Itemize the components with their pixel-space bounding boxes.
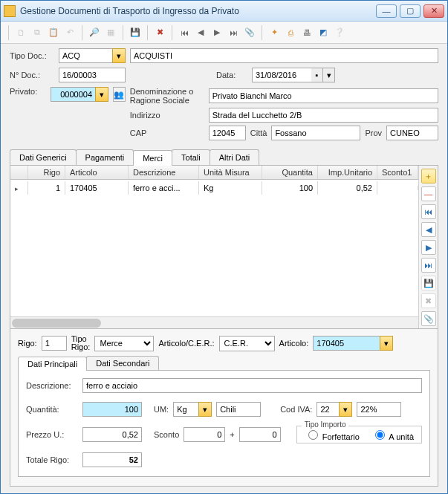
nav-next-icon[interactable]: ▶ [210,25,224,40]
nav-first-icon[interactable]: ⏮ [177,25,192,40]
save-icon[interactable]: 💾 [128,25,143,40]
detail-totale-input [82,452,142,467]
grid-save-button[interactable]: 💾 [421,276,436,290]
attach-icon[interactable]: 📎 [242,25,257,40]
tipo-importo-group: Tipo Importo Forfettario A unità [296,426,422,443]
grid-next-button[interactable]: ▶ [421,240,436,255]
tab-pagamenti[interactable]: Pagamenti [76,149,134,165]
detail-plus-label: + [230,430,234,439]
action-1-icon[interactable]: ✦ [267,25,282,40]
maximize-button[interactable]: ▢ [400,4,421,18]
nav-last-icon[interactable]: ⏭ [226,25,241,40]
denom-input[interactable] [209,88,438,103]
paste-icon[interactable]: 📋 [46,25,61,40]
indirizzo-label: Indirizzo [130,111,204,120]
radio-a-unita[interactable]: A unità [371,428,414,441]
detail-articolo-lookup-button[interactable]: ▾ [380,336,393,351]
merci-grid[interactable]: Rigo Articolo Descrizione Unità Misura Q… [10,166,418,328]
delete-icon[interactable]: ✖ [152,25,167,40]
privato-contact-button[interactable]: 👥 [113,87,126,102]
detail-sconto1-input[interactable] [184,427,225,442]
col-descrizione[interactable]: Descrizione [129,166,199,179]
detail-codiva-lookup-button[interactable]: ▾ [339,402,352,417]
detail-tab-principali[interactable]: Dati Principali [18,357,87,371]
detail-totale-label: Totale Rigo: [26,455,78,464]
titlebar: Gestione Documenti di Trasporto di Ingre… [1,1,447,22]
cap-label: CAP [130,129,204,137]
detail-tipo-rigo-select[interactable]: Merce [94,336,154,351]
grid-attach-button[interactable]: 📎 [421,311,436,326]
denom-label: Denominazione o Ragione Sociale [130,87,204,105]
tab-totali[interactable]: Totali [172,149,210,165]
detail-prezzo-input[interactable] [82,427,142,442]
detail-codiva-input[interactable] [316,402,339,417]
nav-prev-icon[interactable]: ◀ [193,25,208,40]
cap-input[interactable] [209,126,246,140]
citta-input[interactable] [271,126,360,140]
detail-artcer-select[interactable]: C.E.R. [219,336,275,351]
detail-descr-label: Descrizione: [26,381,78,390]
indirizzo-input[interactable] [209,108,438,123]
help-icon[interactable]: ❔ [332,25,347,40]
grid-first-button[interactable]: ⏮ [421,204,436,219]
date-step-button[interactable]: ▪ [311,68,323,82]
grid-prev-button[interactable]: ◀ [421,222,436,237]
tipo-doc-desc[interactable] [130,48,438,63]
detail-articolo-label: Articolo: [279,339,309,348]
col-articolo[interactable]: Articolo [65,166,129,179]
col-quantita[interactable]: Quantita [262,166,318,179]
tipo-doc-label: Tipo Doc.: [10,51,54,60]
tab-dati-generici[interactable]: Dati Generici [10,149,77,165]
detail-tipo-rigo-label: TipoRigo: [71,335,91,351]
print-icon[interactable]: 🖶 [299,25,314,40]
toolbar: 🗋 ⧉ 📋 ↶ 🔎 ▦ 💾 ✖ ⏮ ◀ ▶ ⏭ 📎 ✦ ⎙ 🖶 ◩ ❔ [1,22,447,44]
col-imp-unitario[interactable]: Imp.Unitario [318,166,377,179]
grid-row[interactable]: 1 170405 ferro e acci... Kg 100 0,52 [10,180,418,196]
action-3-icon[interactable]: ◩ [316,25,331,40]
radio-forfettario[interactable]: Forfettario [305,428,360,441]
prov-input[interactable] [386,126,438,140]
tipo-doc-input[interactable] [59,48,112,63]
app-window: Gestione Documenti di Trasporto di Ingre… [0,0,448,494]
detail-prezzo-label: Prezzo U.: [26,430,78,439]
find-icon[interactable]: 🔎 [87,25,102,40]
privato-lookup-button[interactable]: ▾ [95,87,108,102]
privato-label: Privato: [10,87,46,96]
grid-last-button[interactable]: ⏭ [421,258,436,273]
grid-add-button[interactable]: ＋ [421,169,436,183]
detail-um-input[interactable] [173,402,198,417]
detail-um-lookup-button[interactable]: ▾ [198,402,212,417]
action-2-icon[interactable]: ⎙ [283,25,298,40]
data-input[interactable] [252,68,311,82]
copy-icon[interactable]: ⧉ [30,25,45,40]
close-button[interactable]: ✕ [423,4,444,18]
detail-sconto2-input[interactable] [239,427,281,442]
col-unita-misura[interactable]: Unità Misura [199,166,262,179]
row-selector-icon[interactable] [10,181,28,195]
tab-merci[interactable]: Merci [133,150,172,166]
date-picker-button[interactable]: ▾ [323,68,335,82]
grid-horizontal-scrollbar[interactable] [10,316,418,328]
grid-remove-button[interactable]: — [421,186,436,201]
minimize-button[interactable]: — [376,4,397,18]
tab-altri-dati[interactable]: Altri Dati [210,149,260,165]
detail-um-label: UM: [154,405,169,414]
col-sconto1[interactable]: Sconto1 [377,166,418,179]
undo-icon[interactable]: ↶ [62,25,77,40]
num-doc-label: N° Doc.: [10,71,54,79]
grid-cancel-button[interactable]: ✖ [421,293,436,308]
detail-rigo-input[interactable] [42,336,67,351]
detail-artcer-label: Articolo/C.E.R.: [158,339,214,348]
tipo-doc-lookup-button[interactable]: ▾ [112,48,126,63]
detail-tab-secondari[interactable]: Dati Secondari [86,356,159,370]
detail-qta-input[interactable] [82,402,142,417]
filter-icon[interactable]: ▦ [103,25,118,40]
new-doc-icon[interactable]: 🗋 [13,25,28,40]
detail-articolo-input[interactable] [313,336,380,351]
col-rigo[interactable]: Rigo [28,166,65,179]
app-icon [4,5,16,17]
detail-codiva-label: Cod IVA: [280,405,312,414]
privato-input[interactable] [51,87,95,102]
detail-descr-input[interactable] [82,378,422,393]
num-doc-input[interactable] [59,68,126,82]
